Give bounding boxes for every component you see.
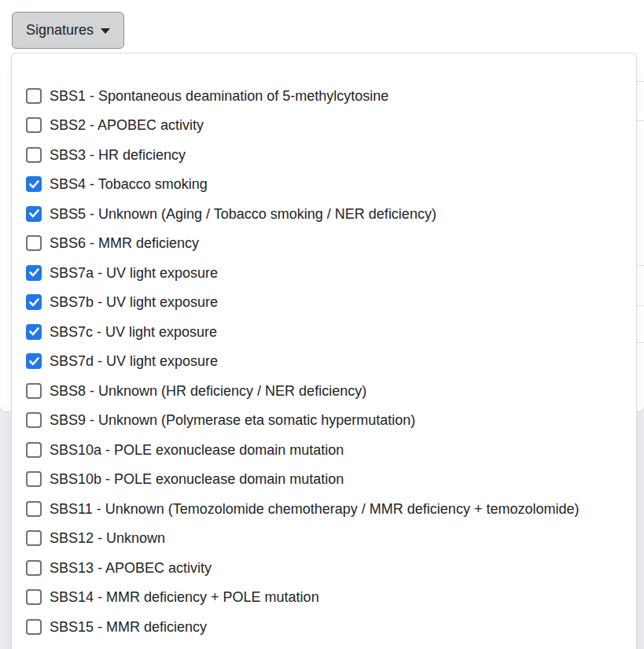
signature-label: SBS14 - MMR deficiency + POLE mutation	[50, 590, 319, 604]
checkmark-icon	[29, 298, 39, 307]
signature-label: SBS15 - MMR deficiency	[50, 620, 207, 634]
signature-option-row[interactable]: SBS15 - MMR deficiency	[12, 612, 636, 642]
signature-label: SBS10b - POLE exonuclease domain mutatio…	[50, 472, 344, 486]
signature-option-row[interactable]: SBS7b - UV light exposure	[12, 288, 636, 318]
signature-checkbox[interactable]	[26, 176, 42, 192]
signature-checkbox[interactable]	[26, 501, 42, 517]
signature-checkbox[interactable]	[26, 235, 42, 251]
signature-label: SBS2 - APOBEC activity	[50, 118, 204, 132]
signature-checkbox[interactable]	[26, 530, 42, 546]
signature-option-row[interactable]: SBS7c - UV light exposure	[12, 317, 636, 347]
signature-option-row[interactable]: SBS11 - Unknown (Temozolomide chemothera…	[12, 494, 636, 524]
signature-label: SBS13 - APOBEC activity	[50, 561, 212, 575]
signature-label: SBS8 - Unknown (HR deficiency / NER defi…	[50, 384, 366, 398]
signature-checkbox[interactable]	[26, 560, 42, 576]
signature-option-row[interactable]: SBS4 - Tobacco smoking	[12, 170, 636, 200]
signature-label: SBS10a - POLE exonuclease domain mutatio…	[50, 443, 344, 457]
signature-checkbox[interactable]	[26, 294, 42, 310]
signature-checkbox[interactable]	[26, 619, 42, 635]
signature-checkbox[interactable]	[26, 471, 42, 487]
signature-option-row[interactable]: SBS7d - UV light exposure	[12, 347, 636, 377]
signature-checkbox[interactable]	[26, 117, 42, 133]
checkmark-icon	[29, 357, 39, 366]
signature-checkbox[interactable]	[26, 442, 42, 458]
signature-label: SBS3 - HR deficiency	[50, 148, 186, 162]
checkmark-icon	[29, 327, 39, 336]
signatures-dropdown-button[interactable]: Signatures	[12, 12, 124, 49]
signature-option-row[interactable]: SBS5 - Unknown (Aging / Tobacco smoking …	[12, 199, 636, 229]
signature-label: SBS7b - UV light exposure	[50, 295, 218, 309]
signature-option-row[interactable]: SBS2 - APOBEC activity	[12, 111, 636, 141]
signature-label: SBS7a - UV light exposure	[50, 266, 218, 280]
signature-option-row[interactable]: SBS1 - Spontaneous deamination of 5-meth…	[12, 81, 636, 111]
signature-label: SBS6 - MMR deficiency	[50, 236, 199, 250]
signature-checkbox[interactable]	[26, 206, 42, 222]
signature-option-row[interactable]: SBS3 - HR deficiency	[12, 140, 636, 170]
signature-checkbox[interactable]	[26, 88, 42, 104]
signature-label: SBS7d - UV light exposure	[50, 354, 218, 368]
signature-option-row[interactable]: SBS13 - APOBEC activity	[12, 553, 636, 583]
signature-option-row[interactable]: SBS7a - UV light exposure	[12, 258, 636, 288]
signature-label: SBS12 - Unknown	[50, 531, 165, 545]
signature-option-row[interactable]: SBS8 - Unknown (HR deficiency / NER defi…	[12, 376, 636, 406]
signature-checkbox[interactable]	[26, 589, 42, 605]
signature-checkbox[interactable]	[26, 324, 42, 340]
signature-checkbox[interactable]	[26, 265, 42, 281]
signature-option-row[interactable]: SBS10a - POLE exonuclease domain mutatio…	[12, 435, 636, 465]
signature-checkbox[interactable]	[26, 147, 42, 163]
signature-checkbox[interactable]	[26, 383, 42, 399]
signature-label: SBS5 - Unknown (Aging / Tobacco smoking …	[50, 207, 436, 221]
signature-checkbox[interactable]	[26, 353, 42, 369]
signature-option-row[interactable]: SBS10b - POLE exonuclease domain mutatio…	[12, 465, 636, 495]
signatures-button-label: Signatures	[26, 22, 94, 39]
signatures-list: SBS1 - Spontaneous deamination of 5-meth…	[12, 53, 636, 642]
caret-down-icon	[101, 28, 110, 34]
signature-label: SBS7c - UV light exposure	[50, 325, 217, 339]
signature-checkbox[interactable]	[26, 412, 42, 428]
signature-label: SBS4 - Tobacco smoking	[50, 177, 208, 191]
signature-option-row[interactable]: SBS14 - MMR deficiency + POLE mutation	[12, 583, 636, 613]
signature-label: SBS9 - Unknown (Polymerase eta somatic h…	[50, 413, 415, 427]
signatures-dropdown-menu: SBS1 - Spontaneous deamination of 5-meth…	[11, 53, 637, 649]
signature-option-row[interactable]: SBS6 - MMR deficiency	[12, 229, 636, 259]
signature-label: SBS1 - Spontaneous deamination of 5-meth…	[50, 89, 388, 103]
signature-label: SBS11 - Unknown (Temozolomide chemothera…	[50, 502, 579, 516]
page: Signatures SBS1 - Spontaneous deaminatio…	[0, 0, 644, 649]
checkmark-icon	[29, 268, 39, 277]
checkmark-icon	[29, 180, 39, 189]
checkmark-icon	[29, 209, 39, 218]
signature-option-row[interactable]: SBS9 - Unknown (Polymerase eta somatic h…	[12, 406, 636, 436]
signature-option-row[interactable]: SBS12 - Unknown	[12, 524, 636, 554]
